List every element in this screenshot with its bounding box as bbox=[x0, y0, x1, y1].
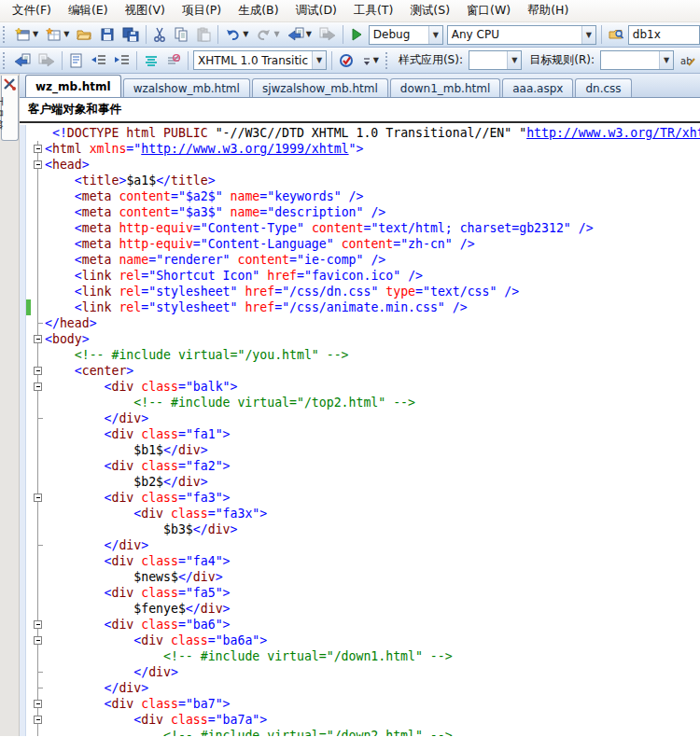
code-text[interactable]: <div class="fa5"> bbox=[45, 585, 231, 601]
collapse-box-icon[interactable] bbox=[34, 145, 42, 153]
selection-margin[interactable] bbox=[20, 236, 26, 252]
code-line-32[interactable]: <div class="ba6"> bbox=[20, 617, 700, 633]
paste-button[interactable] bbox=[192, 24, 215, 45]
nav-forward-button[interactable] bbox=[35, 50, 59, 71]
document-tab-wzalshow_mb-html[interactable]: wzalshow_mb.html bbox=[123, 78, 250, 97]
code-line-24[interactable]: <div class="fa3"> bbox=[20, 490, 700, 506]
outlining-margin[interactable] bbox=[31, 490, 45, 506]
code-text[interactable]: </div> bbox=[45, 664, 178, 680]
menu-item-8[interactable]: 窗口(W) bbox=[458, 0, 519, 21]
selection-margin[interactable] bbox=[20, 410, 26, 426]
code-line-36[interactable]: </div> bbox=[20, 680, 700, 696]
debug-config-combo[interactable]: Debug ▼ bbox=[369, 25, 443, 45]
code-text[interactable]: <!-- #include virtual="/you.html" --> bbox=[45, 347, 349, 363]
selection-margin[interactable] bbox=[20, 157, 26, 173]
code-line-6[interactable]: <meta content="$a3$" name="description" … bbox=[20, 204, 700, 220]
menu-item-3[interactable]: 项目(P) bbox=[174, 0, 230, 21]
code-line-20[interactable]: <div class="fa1"> bbox=[20, 426, 700, 442]
chevron-down-icon[interactable]: ▼ bbox=[243, 31, 248, 38]
code-text[interactable]: <link rel="stylesheet" href="/css/dn.css… bbox=[45, 284, 519, 299]
increase-indent-button[interactable] bbox=[110, 50, 133, 71]
menu-item-9[interactable]: 帮助(H) bbox=[519, 0, 577, 21]
selection-margin[interactable] bbox=[20, 347, 26, 363]
toolbar-overflow-button[interactable]: ▼ bbox=[358, 50, 383, 71]
toolbar-grip[interactable] bbox=[385, 52, 389, 69]
selection-margin[interactable] bbox=[20, 474, 26, 490]
code-text[interactable]: <!-- #include virtual="/down2.html" --> bbox=[45, 728, 453, 736]
outlining-margin[interactable] bbox=[31, 363, 45, 379]
source-doc-button[interactable] bbox=[65, 50, 87, 71]
selection-margin[interactable] bbox=[20, 220, 26, 236]
selection-margin[interactable] bbox=[20, 426, 26, 442]
code-text[interactable]: $b3$</div> bbox=[45, 521, 237, 537]
code-text[interactable]: <div class="fa3"> bbox=[45, 490, 231, 506]
code-text[interactable]: <!-- #include virtual="/top2.html" --> bbox=[45, 395, 415, 410]
collapse-box-icon[interactable] bbox=[34, 620, 42, 629]
chevron-down-icon[interactable]: ▼ bbox=[33, 31, 38, 38]
code-text[interactable]: </head> bbox=[45, 315, 97, 331]
collapse-box-icon[interactable] bbox=[34, 382, 42, 391]
chevron-down-icon[interactable]: ▼ bbox=[428, 26, 442, 44]
selection-margin[interactable] bbox=[20, 617, 26, 633]
selection-margin[interactable] bbox=[20, 315, 26, 331]
selection-margin[interactable] bbox=[20, 601, 26, 617]
document-tab-sjwzalshow_mb-html[interactable]: sjwzalshow_mb.html bbox=[252, 78, 388, 97]
selection-margin[interactable] bbox=[20, 395, 26, 410]
code-line-16[interactable]: <center> bbox=[20, 363, 700, 379]
edit-style-button[interactable]: ab bbox=[676, 50, 700, 71]
outlining-margin[interactable] bbox=[31, 331, 45, 347]
new-project-button[interactable]: ▼ bbox=[11, 24, 42, 45]
code-text[interactable]: <div class="balk"> bbox=[45, 379, 238, 395]
chevron-down-icon[interactable]: ▼ bbox=[306, 31, 312, 38]
code-line-13[interactable]: </head> bbox=[20, 315, 700, 331]
code-text[interactable]: <div class="ba7a"> bbox=[45, 712, 267, 728]
save-button[interactable] bbox=[96, 24, 119, 45]
selection-margin[interactable] bbox=[20, 252, 26, 268]
code-text[interactable]: </div> bbox=[45, 410, 148, 426]
save-all-button[interactable] bbox=[119, 24, 143, 45]
selection-margin[interactable] bbox=[20, 268, 26, 284]
outlining-margin[interactable] bbox=[31, 379, 45, 395]
open-file-button[interactable] bbox=[73, 24, 96, 45]
code-line-30[interactable]: <div class="fa5"> bbox=[20, 585, 700, 601]
code-text[interactable]: <div class="ba7"> bbox=[45, 696, 231, 712]
code-line-25[interactable]: <div class="fa3x"> bbox=[20, 506, 700, 521]
selection-margin[interactable] bbox=[20, 585, 26, 601]
code-text[interactable]: <div class="ba6a"> bbox=[45, 633, 267, 648]
code-line-21[interactable]: $b1$</div> bbox=[20, 442, 700, 458]
toolbar-grip[interactable] bbox=[3, 26, 7, 43]
code-text[interactable]: $b2$</div> bbox=[45, 474, 208, 490]
nav-forward-button[interactable] bbox=[315, 24, 340, 45]
code-line-15[interactable]: <!-- #include virtual="/you.html" --> bbox=[20, 347, 700, 363]
code-line-4[interactable]: <title>$a1$</title> bbox=[20, 173, 700, 188]
code-line-38[interactable]: <div class="ba7a"> bbox=[20, 712, 700, 728]
selection-margin[interactable] bbox=[20, 664, 26, 680]
toolbar-grip[interactable] bbox=[3, 52, 7, 69]
find-in-files-button[interactable] bbox=[605, 24, 628, 45]
selection-margin[interactable] bbox=[20, 299, 26, 315]
selection-margin[interactable] bbox=[20, 141, 26, 157]
outlining-margin[interactable] bbox=[31, 157, 45, 173]
selection-margin[interactable] bbox=[20, 680, 26, 696]
format-lines-button[interactable] bbox=[140, 50, 162, 71]
code-text[interactable]: <div class="fa1"> bbox=[45, 426, 231, 442]
start-debug-button[interactable] bbox=[346, 24, 367, 45]
menu-item-6[interactable]: 工具(T) bbox=[345, 0, 401, 21]
code-line-1[interactable]: <!DOCTYPE html PUBLIC "-//W3C//DTD XHTML… bbox=[20, 125, 700, 141]
code-line-19[interactable]: </div> bbox=[20, 410, 700, 426]
nav-backward-button[interactable] bbox=[10, 50, 35, 71]
style-apply-combo[interactable]: ▼ bbox=[469, 50, 522, 70]
selection-margin[interactable] bbox=[20, 125, 26, 141]
cut-button[interactable] bbox=[149, 24, 170, 45]
code-text[interactable]: <meta content="$a2$" name="keywords" /> bbox=[45, 188, 363, 204]
code-line-39[interactable]: <!-- #include virtual="/down2.html" --> bbox=[20, 728, 700, 736]
selection-margin[interactable] bbox=[20, 712, 26, 728]
code-line-37[interactable]: <div class="ba7"> bbox=[20, 696, 700, 712]
find-input[interactable] bbox=[628, 25, 700, 45]
code-text[interactable]: $fenye$</div> bbox=[45, 601, 231, 617]
selection-margin[interactable] bbox=[20, 188, 26, 204]
menu-item-7[interactable]: 测试(S) bbox=[401, 0, 458, 21]
code-line-33[interactable]: <div class="ba6a"> bbox=[20, 633, 700, 648]
document-tab-aaa-aspx[interactable]: aaa.aspx bbox=[502, 78, 573, 97]
collapse-box-icon[interactable] bbox=[34, 716, 42, 724]
